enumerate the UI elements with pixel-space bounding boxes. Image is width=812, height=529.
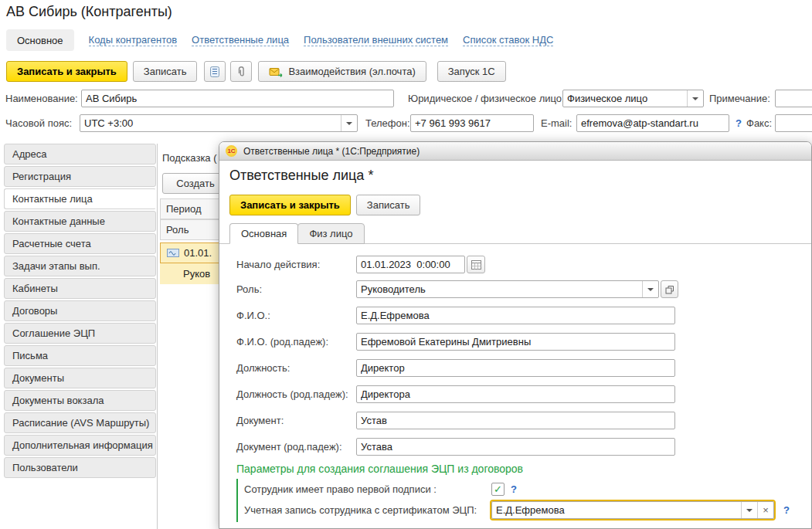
calendar-button[interactable] [467,256,485,273]
dialog-heading: Ответственные лица * [229,168,373,184]
ecp-account-help-link[interactable]: ? [783,501,790,519]
save-close-button[interactable]: Записать и закрыть [6,61,127,82]
dialog-toolbar: Записать и закрыть Записать [229,195,420,215]
sidebar-item-documents[interactable]: Документы [4,368,156,388]
1c-logo-icon: 1С [226,145,237,157]
calendar-icon [471,259,481,270]
field-row-position-genitive: Должность (род.падеж): [219,385,811,404]
role-label: Роль: [236,280,262,298]
entity-dropdown-button[interactable] [687,90,703,107]
start-date-label: Начало действия: [236,256,320,273]
nav-tab-responsible[interactable]: Ответственные лица [192,34,289,46]
dialog-tabs: Основная Физ лицо [229,223,364,244]
fio-input[interactable] [356,307,675,324]
save-button[interactable]: Записать [133,61,198,82]
field-row-start-date: Начало действия: [219,256,811,274]
sidebar-item-ecp-agreement[interactable]: Соглашение ЭЦП [4,323,156,344]
launch-1c-button[interactable]: Запуск 1С [437,61,506,82]
fio-genitive-input[interactable] [356,333,675,351]
sidebar-item-contact-persons[interactable]: Контактные лица [4,188,156,209]
position-genitive-label: Должность (род.падеж): [236,385,348,403]
record-icon [167,249,179,257]
tab-person[interactable]: Физ лицо [297,223,364,244]
chevron-down-icon [346,122,352,125]
timezone-select[interactable]: UTC +3:00 [80,114,358,132]
panel-splitter[interactable] [157,144,158,529]
interactions-label: Взаимодействия (эл.почта) [288,66,415,77]
phone-label: Телефон: [365,114,410,132]
sidebar: Адреса Регистрация Контактные лица Конта… [4,144,156,480]
field-row-position: Должность: [219,359,811,378]
email-help-link[interactable]: ? [736,114,742,132]
dialog-title: Ответственные лица * (1С:Предприятие) [243,146,420,157]
sidebar-item-letters[interactable]: Письма [4,345,156,366]
nav-tab-ext-users[interactable]: Пользователи внешних систем [304,34,448,46]
entity-type-select[interactable]: Физическое лицо [562,90,704,107]
ecp-account-clear-button[interactable]: × [757,502,773,518]
page-title: АВ Сибирь (Контрагенты) [6,4,172,20]
name-input[interactable] [81,90,394,107]
role-value: Руководитель [357,281,642,297]
first-sign-row: Сотрудник имеет право первой подписи : ✓… [219,480,811,499]
role-open-button[interactable] [661,280,678,298]
chevron-down-icon [647,288,654,291]
note-label: Примечание: [709,90,770,107]
sidebar-item-accounts[interactable]: Расчетные счета [4,233,156,254]
document-label: Документ: [236,412,284,429]
envelope-icon [269,66,283,77]
dialog-save-close-button[interactable]: Записать и закрыть [229,195,351,215]
nav-tab-vat-rates[interactable]: Список ставок НДС [463,34,553,46]
entity-type-value: Физическое лицо [563,90,687,107]
tab-main[interactable]: Основная [229,223,298,244]
sidebar-item-cabinets[interactable]: Кабинеты [4,278,156,299]
sidebar-item-registration[interactable]: Регистрация [4,166,156,187]
name-label: Наименование: [5,90,78,107]
document-genitive-label: Документ (род.падеж): [236,438,342,456]
ecp-account-dropdown-button[interactable] [741,502,757,518]
position-input[interactable] [356,359,675,377]
phone-input[interactable] [410,114,534,132]
document-input[interactable] [356,412,675,429]
main-toolbar: Записать и закрыть Записать Взаимодейств… [6,61,506,82]
sidebar-item-contact-data[interactable]: Контактные данные [4,211,156,232]
sidebar-item-tasks[interactable]: Задачи этапы вып. [4,256,156,276]
timezone-dropdown-button[interactable] [341,115,357,131]
fax-input[interactable] [775,114,812,132]
dialog-titlebar[interactable]: 1С Ответственные лица * (1С:Предприятие) [219,142,811,161]
nav-tab-codes[interactable]: Коды контрагентов [89,34,178,46]
responsible-persons-dialog: 1С Ответственные лица * (1С:Предприятие)… [219,141,812,529]
position-genitive-input[interactable] [356,385,675,403]
report-list-icon [209,66,220,78]
document-genitive-input[interactable] [356,438,675,456]
timezone-label: Часовой пояс: [5,114,72,132]
attachments-button[interactable] [230,61,252,82]
first-sign-help-link[interactable]: ? [511,480,517,498]
nav-tabs: Основное Коды контрагентов Ответственные… [6,29,553,51]
sidebar-item-schedule[interactable]: Расписание (AVS Маршруты) [4,412,156,433]
note-input[interactable] [775,90,812,107]
email-input[interactable] [576,114,729,132]
first-sign-checkbox[interactable]: ✓ [491,483,505,496]
role-dropdown-button[interactable] [642,281,658,297]
nav-tab-main[interactable]: Основное [6,29,74,51]
ecp-section-header: Параметры для создания соглашения ЭЦП из… [236,463,523,475]
ecp-account-select[interactable]: Е.Д.Ефремова × [491,501,774,519]
dialog-body: Ответственные лица * Записать и закрыть … [219,161,811,529]
entity-type-label: Юридическое / физическое лицо: [408,90,565,107]
interactions-button[interactable]: Взаимодействия (эл.почта) [258,61,426,82]
sidebar-item-users[interactable]: Пользователи [4,457,156,478]
fax-label: Факс: [746,114,772,132]
ecp-account-row: Учетная запись сотрудника с сертификатом… [219,501,811,520]
field-row-document-genitive: Документ (род.падеж): [219,438,811,456]
dialog-save-button[interactable]: Записать [356,195,421,215]
sidebar-item-addresses[interactable]: Адреса [4,144,156,164]
row-role-value: Руков [183,268,210,280]
report-button[interactable] [204,61,226,82]
start-date-input[interactable] [356,256,465,273]
sidebar-item-additional-info[interactable]: Дополнительная информация [4,435,156,456]
role-select[interactable]: Руководитель [356,280,659,298]
ecp-account-value: Е.Д.Ефремова [492,502,741,518]
timezone-value: UTC +3:00 [80,115,341,131]
sidebar-item-contracts[interactable]: Договоры [4,300,156,321]
sidebar-item-station-documents[interactable]: Документы вокзала [4,390,156,411]
